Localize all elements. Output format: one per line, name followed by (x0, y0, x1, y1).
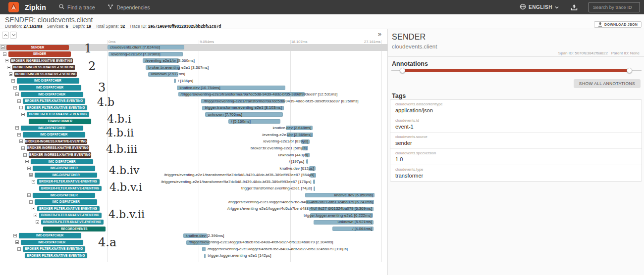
trace-row[interactable]: IMC-DISPATCHER/triggers/eventing-e2e1/tr… (0, 172, 387, 179)
service-label[interactable]: IMC-DISPATCHER (35, 173, 97, 178)
annotation-slider-handle-left[interactable] (400, 68, 405, 73)
collapse-all-button[interactable] (2, 32, 9, 39)
service-label[interactable]: RECORDEVENTS (43, 227, 106, 232)
collapse-toggle-checkbox[interactable] (3, 52, 6, 56)
collapse-toggle-checkbox[interactable] (25, 160, 29, 163)
collapse-toggle-checkbox[interactable] (32, 180, 35, 183)
trace-row[interactable]: IMC-DISPATCHER/triggers/eventing-e2e1/tr… (0, 91, 387, 98)
trace-row[interactable]: BROKER-FILTER.KNATIVE-EVENTINGtrigger:tr… (0, 185, 387, 192)
trace-row[interactable]: TRANSFORMER/ [5.160ms] (0, 118, 387, 125)
collapse-toggle-checkbox[interactable] (23, 153, 27, 157)
trace-row[interactable]: BROKER-FILTER.KNATIVE-EVENTING/triggers/… (0, 246, 387, 253)
service-label[interactable]: BROKER-FILTER.KNATIVE-EVENTING (25, 105, 87, 111)
service-label[interactable]: BROKER-FILTER.KNATIVE-EVENTING (23, 246, 85, 252)
collapse-toggle-checkbox[interactable] (19, 106, 23, 109)
annotation-slider-handle-right[interactable] (627, 68, 632, 73)
collapse-toggle-checkbox[interactable] (17, 133, 21, 137)
collapse-toggle-checkbox[interactable] (1, 46, 4, 49)
trace-row[interactable]: IMC-DISPATCHER/ [186µs] (0, 78, 387, 85)
service-label[interactable]: BROKER-INGRESS.KNATIVE-EVENTING (29, 152, 91, 158)
language-selector[interactable]: ENGLISH (520, 3, 559, 11)
collapse-toggle-checkbox[interactable] (27, 193, 31, 197)
trace-row[interactable]: BROKER-FILTER.KNATIVE-EVENTING/triggers/… (0, 205, 387, 212)
span-bar[interactable] (314, 186, 315, 191)
service-label[interactable]: BROKER-FILTER.KNATIVE-EVENTING (39, 213, 102, 218)
service-label[interactable]: IMC-DISPATCHER (23, 132, 85, 138)
service-label[interactable]: SENDER (6, 45, 69, 50)
service-label[interactable]: BROKER-FILTER.KNATIVE-EVENTING (39, 186, 102, 191)
collapse-toggle-checkbox[interactable] (32, 207, 35, 210)
collapse-toggle-checkbox[interactable] (7, 66, 10, 69)
annotation-slider-range[interactable] (402, 69, 629, 72)
collapse-detail-pane-icon[interactable]: » (378, 30, 381, 38)
trace-row[interactable]: BROKER-FILTER.KNATIVE-EVENTINGtrigger:lo… (0, 252, 387, 259)
service-label[interactable]: BROKER-INGRESS.KNATIVE-EVENTING (10, 58, 73, 64)
collapse-toggle-checkbox[interactable] (29, 173, 33, 177)
service-label[interactable]: BROKER-FILTER.KNATIVE-EVENTING (37, 179, 100, 184)
service-label[interactable]: BROKER-FILTER.KNATIVE-EVENTING (25, 253, 87, 259)
service-label[interactable]: BROKER-FILTER.KNATIVE-EVENTING (27, 112, 89, 117)
trace-row[interactable]: BROKER-INGRESS.KNATIVE-EVENTING/eventing… (0, 138, 387, 145)
collapse-toggle-checkbox[interactable] (27, 167, 31, 170)
show-all-annotations-button[interactable]: SHOW ALL ANNOTATIONS (574, 79, 641, 88)
service-label[interactable]: IMC-DISPATCHER (19, 233, 81, 238)
collapse-toggle-checkbox[interactable] (29, 200, 33, 204)
service-label[interactable]: IMC-DISPATCHER (21, 240, 83, 245)
trace-row[interactable]: IMC-DISPATCHER/eventing-e2e1/br [2.569ms… (0, 132, 387, 138)
trace-row[interactable]: BROKER-FILTER.KNATIVE-EVENTINGtrigger:tr… (0, 104, 387, 111)
collapse-toggle-checkbox[interactable] (17, 247, 21, 251)
trace-row[interactable]: IMC-DISPATCHERknative.dev [612µs] (0, 165, 387, 172)
service-label[interactable]: IMC-DISPATCHER (31, 159, 93, 165)
trace-row[interactable]: BROKER-INGRESS.KNATIVE-EVENTINGunknown [… (0, 152, 387, 159)
service-label[interactable]: BROKER-FILTER.KNATIVE-EVENTING (41, 220, 104, 225)
trace-row[interactable]: IMC-DISPATCHERknative.dev [2.648ms] (0, 125, 387, 132)
trace-row[interactable]: BROKER-FILTER.KNATIVE-EVENTING/triggers/… (0, 98, 387, 105)
collapse-toggle-checkbox[interactable] (13, 234, 17, 237)
service-label[interactable]: BROKER-INGRESS.KNATIVE-EVENTING (25, 139, 87, 144)
collapse-toggle-checkbox[interactable] (15, 126, 19, 130)
service-label[interactable]: IMC-DISPATCHER (35, 199, 97, 205)
trace-row[interactable]: RECORDEVENTS/ [4.064ms] (0, 226, 387, 232)
collapse-toggle-checkbox[interactable] (5, 59, 8, 62)
span-bar[interactable] (202, 247, 205, 251)
trace-row[interactable]: BROKER-INGRESS.KNATIVE-EVENTING/eventing… (0, 57, 387, 64)
service-label[interactable]: BROKER-FILTER.KNATIVE-EVENTING (37, 206, 100, 212)
trace-row[interactable]: IMC-DISPATCHERknative.dev [6.850ms] (0, 192, 387, 199)
span-bar[interactable] (313, 180, 315, 184)
service-label[interactable]: IMC-DISPATCHER (19, 85, 81, 91)
nav-find-a-trace[interactable]: Find a trace (59, 4, 95, 10)
trace-row[interactable]: SENDER/eventing-e2e1/br [7.379ms] (0, 51, 387, 58)
trace-row[interactable]: SENDERcloudevents.client [7.624ms] (0, 44, 387, 51)
upload-trace-button[interactable] (571, 4, 578, 11)
collapse-toggle-checkbox[interactable] (34, 214, 37, 217)
span-bar[interactable] (174, 79, 176, 83)
trace-row[interactable]: IMC-DISPATCHERknative.dev [2.396ms] (0, 232, 387, 239)
trace-row[interactable]: BROKER-FILTER.KNATIVE-EVENTINGunknown [7… (0, 111, 387, 118)
download-json-button[interactable]: DOWNLOAD JSON (594, 21, 642, 28)
service-label[interactable]: IMC-DISPATCHER (33, 193, 95, 198)
trace-row[interactable]: BROKER-FILTER.KNATIVE-EVENTINGtrigger:lo… (0, 212, 387, 219)
nav-dependencies[interactable]: Dependencies (107, 4, 150, 10)
collapse-toggle-checkbox[interactable] (15, 92, 19, 96)
service-label[interactable]: BROKER-INGRESS.KNATIVE-EVENTING (12, 65, 75, 70)
service-label[interactable]: SENDER (8, 51, 71, 57)
trace-row[interactable]: IMC-DISPATCHERknative.dev [10.754ms] (0, 85, 387, 92)
service-label[interactable]: BROKER-INGRESS.KNATIVE-EVENTING (14, 72, 77, 77)
trace-row[interactable]: BROKER-FILTER.KNATIVE-EVENTINGunknown [5… (0, 219, 387, 226)
service-label[interactable]: IMC-DISPATCHER (21, 92, 83, 97)
collapse-toggle-checkbox[interactable] (13, 86, 17, 90)
trace-id-search-input[interactable] (589, 2, 640, 12)
trace-row[interactable]: BROKER-INGRESS.KNATIVE-EVENTINGbroker:br… (0, 145, 387, 152)
service-label[interactable]: IMC-DISPATCHER (17, 78, 79, 84)
collapse-toggle-checkbox[interactable] (21, 113, 25, 116)
collapse-toggle-checkbox[interactable] (19, 139, 23, 143)
trace-row[interactable]: BROKER-FILTER.KNATIVE-EVENTING/triggers/… (0, 179, 387, 185)
collapse-toggle-checkbox[interactable] (11, 79, 15, 83)
trace-row[interactable]: BROKER-INGRESS.KNATIVE-EVENTINGunknown [… (0, 71, 387, 78)
collapse-toggle-checkbox[interactable] (15, 240, 19, 244)
trace-row[interactable]: IMC-DISPATCHER/ [197µs] (0, 158, 387, 165)
collapse-toggle-checkbox[interactable] (36, 220, 39, 224)
collapse-toggle-checkbox[interactable] (17, 99, 21, 103)
trace-row[interactable]: BROKER-INGRESS.KNATIVE-EVENTINGbroker:br… (0, 64, 387, 71)
service-label[interactable]: IMC-DISPATCHER (21, 126, 83, 131)
